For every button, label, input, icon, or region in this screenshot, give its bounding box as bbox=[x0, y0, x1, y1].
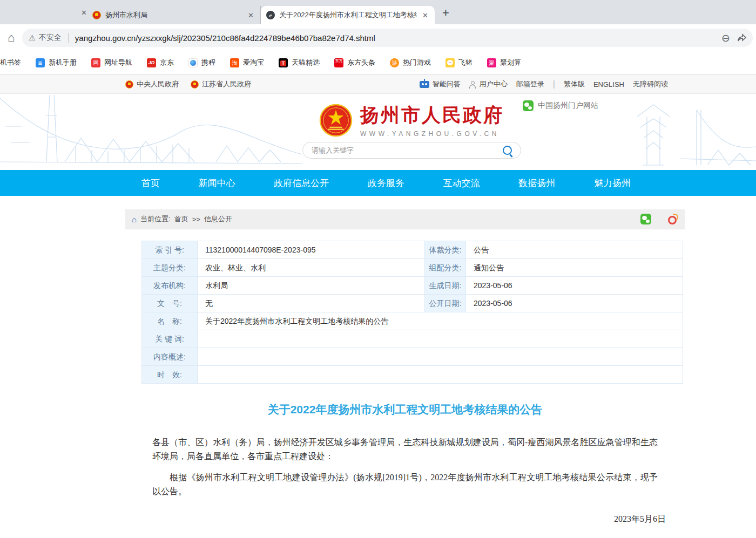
divider: | bbox=[553, 79, 555, 89]
bookmark-item[interactable]: ≣ 新机手册 bbox=[36, 58, 77, 67]
table-row: 文 号: 无 公开日期: 2023-05-06 bbox=[142, 295, 683, 312]
zoom-out-icon[interactable]: ⊖ bbox=[721, 32, 730, 44]
wechat-icon bbox=[523, 100, 534, 111]
traditional-link[interactable]: 繁体版 bbox=[564, 79, 585, 89]
not-secure-warning-icon: ⚠ bbox=[29, 33, 36, 42]
user-icon bbox=[469, 81, 476, 88]
bookmark-item[interactable]: 飞猪 bbox=[446, 58, 473, 67]
breadcrumb-prefix: 当前位置: bbox=[140, 214, 171, 224]
bookmark-item[interactable]: 游 热门游戏 bbox=[390, 58, 431, 67]
nav-item-home[interactable]: 首页 bbox=[141, 177, 160, 189]
jd-icon: JD bbox=[147, 58, 156, 67]
close-icon[interactable]: ✕ bbox=[421, 11, 429, 19]
meta-label: 主题分类: bbox=[142, 259, 198, 276]
meta-label: 生成日期: bbox=[424, 277, 466, 294]
bookmark-label: 机书签 bbox=[0, 58, 21, 67]
nav-item-info-disclosure[interactable]: 政府信息公开 bbox=[274, 177, 329, 189]
table-row: 内容概述: bbox=[142, 348, 683, 366]
tab-shuiliju[interactable]: 扬州市水利局 ✕ bbox=[87, 6, 261, 24]
meta-label: 时 效: bbox=[142, 366, 198, 383]
bookmark-item[interactable]: 淘 爱淘宝 bbox=[230, 58, 264, 67]
breadcrumb-home-link[interactable]: 首页 bbox=[174, 214, 188, 224]
close-icon[interactable]: ✕ bbox=[247, 11, 255, 19]
address-bar[interactable]: ⚠ 不安全 yangzhou.gov.cn/yzszxxgk/slj/20230… bbox=[22, 29, 753, 47]
meta-label: 公开日期: bbox=[424, 295, 466, 312]
tab-announcement-active[interactable]: e 关于2022年度扬州市水利工程文明工地考核结果的公告 ✕ bbox=[261, 6, 435, 24]
share-icon[interactable] bbox=[737, 33, 746, 43]
fliggy-pig-icon bbox=[446, 58, 455, 67]
user-center-label: 用户中心 bbox=[480, 79, 508, 89]
meta-value-genre: 公告 bbox=[466, 241, 683, 258]
article-title: 关于2022年度扬州市水利工程文明工地考核结果的公告 bbox=[125, 402, 685, 417]
nav-item-news[interactable]: 新闻中心 bbox=[199, 177, 235, 189]
meta-label: 发布机构: bbox=[142, 277, 198, 294]
divider bbox=[68, 33, 69, 43]
bookmark-label: 东方头条 bbox=[347, 58, 375, 67]
site-header: 扬州市人民政府 WWW.YANGZHOU.GOV.CN 中国扬州门户网站 bbox=[0, 94, 756, 170]
national-emblem-icon bbox=[319, 104, 353, 137]
ctrip-dolphin-icon bbox=[188, 58, 198, 67]
bookmark-item[interactable]: 网 网址导航 bbox=[91, 58, 132, 67]
meta-value-topic: 农业、林业、水利 bbox=[198, 259, 424, 276]
bookmark-item[interactable]: 东方 东方头条 bbox=[334, 58, 375, 67]
bookmark-label: 热门游戏 bbox=[403, 58, 431, 67]
portal-label: 中国扬州门户网站 bbox=[538, 101, 598, 111]
meta-label: 组配分类: bbox=[424, 259, 466, 276]
mail-login-link[interactable]: 邮箱登录 bbox=[516, 79, 544, 89]
bookmark-item[interactable]: 聚 聚划算 bbox=[487, 58, 521, 67]
search-input[interactable] bbox=[310, 146, 503, 155]
games-icon: 游 bbox=[390, 58, 399, 67]
bookmark-label: 飞猪 bbox=[458, 58, 473, 67]
nav-item-interaction[interactable]: 互动交流 bbox=[443, 177, 480, 189]
bridge-art bbox=[0, 94, 302, 170]
juhuasuan-icon: 聚 bbox=[487, 58, 496, 67]
search-icon[interactable] bbox=[503, 146, 512, 155]
central-gov-link[interactable]: 中央人民政府 bbox=[125, 79, 179, 89]
bookmark-item[interactable]: T 天猫精选 bbox=[279, 58, 320, 67]
new-tab-button[interactable]: + bbox=[442, 6, 449, 20]
pagoda-art bbox=[594, 94, 756, 170]
wechat-share-icon[interactable] bbox=[640, 214, 651, 224]
meta-value-group: 通知公告 bbox=[466, 259, 683, 276]
meta-value-title: 关于2022年度扬州市水利工程文明工地考核结果的公告 bbox=[198, 312, 683, 330]
bookmark-item[interactable]: 机书签 bbox=[0, 58, 21, 67]
nav-item-charm[interactable]: 魅力扬州 bbox=[594, 177, 631, 189]
english-link[interactable]: ENGLISH bbox=[593, 80, 624, 88]
meta-value-keywords bbox=[198, 330, 683, 348]
nav-item-services[interactable]: 政务服务 bbox=[368, 177, 404, 189]
toutiao-icon: 东方 bbox=[334, 58, 343, 67]
document-meta-table: 索 引 号: 11321000014407098E-2023-095 体裁分类:… bbox=[141, 241, 683, 384]
bookmark-item[interactable]: 携程 bbox=[188, 58, 215, 67]
meta-label: 文 号: bbox=[142, 295, 198, 312]
jiangsu-gov-link[interactable]: 江苏省人民政府 bbox=[191, 79, 251, 89]
url-text[interactable]: yangzhou.gov.cn/yzszxxgk/slj/202305/210c… bbox=[75, 33, 715, 43]
taobao-icon: 淘 bbox=[230, 58, 239, 67]
meta-value-summary bbox=[198, 348, 683, 365]
table-row: 关 键 词: bbox=[142, 330, 683, 348]
meta-label: 体裁分类: bbox=[424, 241, 466, 258]
home-icon[interactable]: ⌂ bbox=[8, 31, 15, 45]
breadcrumb-current[interactable]: 信息公开 bbox=[204, 214, 232, 224]
close-icon[interactable]: ✕ bbox=[81, 9, 87, 17]
site-favicon: e bbox=[266, 11, 275, 19]
table-row: 主题分类: 农业、林业、水利 组配分类: 通知公告 bbox=[142, 259, 683, 277]
article-date: 2023年5月6日 bbox=[125, 514, 666, 525]
table-row: 名 称: 关于2022年度扬州市水利工程文明工地考核结果的公告 bbox=[142, 312, 683, 330]
nav-site-icon: 网 bbox=[91, 58, 100, 67]
accessibility-link[interactable]: 无障碍阅读 bbox=[633, 79, 668, 89]
bookmark-label: 携程 bbox=[201, 58, 215, 67]
jiangsu-gov-label: 江苏省人民政府 bbox=[202, 79, 251, 89]
nav-item-data[interactable]: 数据扬州 bbox=[518, 177, 555, 189]
article: 关于2022年度扬州市水利工程文明工地考核结果的公告 各县（市、区）水利（务）局… bbox=[125, 383, 685, 538]
gov-links-bar: 中央人民政府 江苏省人民政府 智能问答 用户中心 邮箱登录 | 繁体版 ENGL… bbox=[0, 74, 756, 94]
not-secure-label[interactable]: 不安全 bbox=[39, 33, 62, 43]
bookmark-item[interactable]: JD 京东 bbox=[147, 58, 174, 67]
bookmark-label: 天猫精选 bbox=[292, 58, 320, 67]
weibo-share-icon[interactable] bbox=[667, 214, 678, 224]
site-logo[interactable]: 扬州市人民政府 WWW.YANGZHOU.GOV.CN bbox=[319, 103, 504, 138]
robot-icon bbox=[420, 81, 429, 88]
smart-qa-link[interactable]: 智能问答 bbox=[420, 79, 461, 89]
meta-value-doc-number: 无 bbox=[198, 295, 424, 312]
portal-label-group: 中国扬州门户网站 bbox=[523, 100, 598, 111]
user-center-link[interactable]: 用户中心 bbox=[469, 79, 508, 89]
